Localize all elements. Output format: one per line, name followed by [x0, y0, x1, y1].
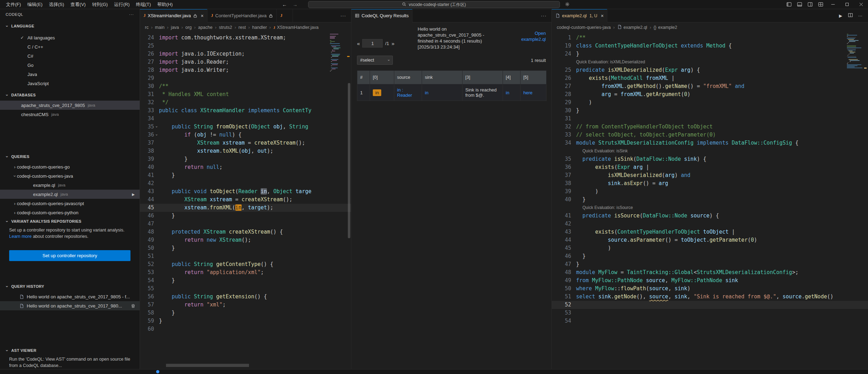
customize-layout-icon[interactable] [815, 0, 826, 9]
delete-history-icon[interactable] [131, 304, 135, 308]
code-line[interactable]: 25 [140, 42, 351, 50]
learn-more-link[interactable]: Learn more [9, 234, 32, 239]
section-query-history[interactable]: › QUERY HISTORY [0, 282, 140, 291]
code-line[interactable]: 45 ) [552, 244, 868, 252]
code-line[interactable]: 28import java.io.Writer; [140, 66, 351, 74]
language-item[interactable]: JavaScript [0, 79, 140, 88]
select-table-dropdown[interactable]: #select › [357, 56, 393, 65]
code-line[interactable]: 19class ContentTypeHandlerToObject exten… [552, 42, 868, 50]
code-line[interactable]: 24} [552, 50, 868, 58]
code-line[interactable]: 54 } [140, 277, 351, 285]
editor-more-actions-icon[interactable]: ··· [536, 13, 551, 18]
column-header[interactable]: [4] [503, 71, 521, 84]
code-line[interactable]: 42 [140, 179, 351, 188]
code-line[interactable]: 35› public String fromObject(Object obj,… [140, 123, 351, 131]
query-item[interactable]: example2.qljava▶ [0, 190, 140, 199]
column-header[interactable]: sink [422, 71, 462, 84]
code-line[interactable]: 59} [140, 317, 351, 325]
result-location-link[interactable]: in [425, 90, 428, 95]
breadcrumb-item[interactable]: handler [252, 25, 267, 30]
code-line[interactable]: 46 } [140, 212, 351, 220]
code-line[interactable]: 47} [552, 260, 868, 268]
code-line[interactable]: 39 ) [552, 188, 868, 196]
prev-page-button[interactable]: « [357, 40, 360, 46]
code-line[interactable]: 25predicate isXMLDeserialized(Expr arg) … [552, 66, 868, 74]
code-line[interactable]: 27 fromXML.getMethod().getName() = "from… [552, 82, 868, 90]
code-line[interactable]: 49 return new XStream(); [140, 236, 351, 244]
query-item[interactable]: ›codeql-custom-queries-python [0, 208, 140, 217]
code-line[interactable]: 57 return "xml"; [140, 301, 351, 309]
language-item[interactable]: ✓All languages [0, 33, 140, 42]
code-line[interactable]: 24import com.thoughtworks.xstream.XStrea… [140, 34, 351, 42]
breadcrumb-item[interactable]: rc [145, 25, 148, 30]
code-line[interactable]: 32 */ [140, 99, 351, 107]
result-location-link[interactable]: in : Reader [397, 87, 412, 98]
code-line[interactable]: 52 [552, 301, 868, 309]
remote-indicator-icon[interactable] [156, 370, 159, 373]
breadcrumb-item[interactable]: org [185, 25, 192, 30]
column-header[interactable]: source [394, 71, 422, 84]
more-actions-icon[interactable]: ··· [855, 13, 865, 18]
code-line[interactable]: 43 public void toObject(Reader in, Objec… [140, 188, 351, 196]
vertical-scrollbar[interactable] [347, 32, 351, 369]
tab-partial[interactable]: J [277, 9, 293, 22]
split-editor-icon[interactable] [845, 13, 855, 19]
code-line[interactable]: 34 [140, 115, 351, 123]
result-location-link[interactable]: in [506, 90, 509, 95]
language-item[interactable]: C# [0, 51, 140, 61]
back-arrow-icon[interactable]: ← [282, 2, 287, 7]
editor-more-actions-icon[interactable]: ··· [336, 13, 351, 18]
section-databases[interactable]: › DATABASES [0, 91, 140, 99]
menu-item[interactable]: 编辑(E) [24, 0, 46, 9]
menu-item[interactable]: 文件(F) [3, 0, 24, 9]
close-button[interactable] [854, 0, 868, 9]
code-line[interactable]: 30/** [140, 82, 351, 90]
fold-icon[interactable]: › [154, 131, 159, 139]
breadcrumb-item[interactable]: java [171, 25, 179, 30]
code-line[interactable]: 32// from ContentTypeHandlerToObject toO… [552, 123, 868, 131]
code-line[interactable]: 53 return "application/xml"; [140, 268, 351, 277]
menu-item[interactable]: 转到(G) [89, 0, 111, 9]
column-header[interactable]: # [357, 71, 370, 84]
menu-item[interactable]: 运行(R) [111, 0, 133, 9]
breadcrumb-item[interactable]: main [155, 25, 165, 30]
query-history-item[interactable]: Hello world on apache_struts_cve_2017_98… [0, 292, 140, 301]
breadcrumb-item[interactable]: codeql-custom-queries-java [557, 25, 611, 30]
code-line[interactable]: 36 exists(Expr arg | [552, 163, 868, 171]
language-item[interactable]: Go [0, 61, 140, 70]
breadcrumb-item[interactable]: rest [238, 25, 246, 30]
toggle-panel-icon[interactable] [794, 0, 805, 9]
code-line[interactable]: 38 xstream.toXML(obj, out); [140, 147, 351, 155]
code-line[interactable]: 1/** [552, 34, 868, 42]
code-editor-ql[interactable]: 1/**19class ContentTypeHandlerToObject e… [552, 32, 868, 325]
code-line[interactable]: 36› if (obj != null) { [140, 131, 351, 139]
code-line[interactable]: 33// select toObject, toObject.getParame… [552, 131, 868, 139]
code-line[interactable]: 44 XStream xstream = createXStream(); [140, 196, 351, 204]
breadcrumb-item[interactable]: struts2 [219, 25, 232, 30]
sidebar-more-actions-icon[interactable]: ··· [129, 12, 134, 17]
column-header[interactable]: [5] [521, 71, 547, 84]
code-line[interactable]: 40 } [552, 196, 868, 204]
command-center[interactable]: vscode-codeql-starter (工作区) [308, 1, 560, 8]
code-line[interactable]: 39 } [140, 155, 351, 163]
maximize-button[interactable] [840, 0, 854, 9]
section-variant-analysis[interactable]: › VARIANT ANALYSIS REPOSITORIES [0, 217, 140, 226]
setup-controller-repository-button[interactable]: Set up controller repository [9, 250, 130, 261]
fold-icon[interactable]: › [154, 123, 159, 131]
code-line[interactable]: 46 } [552, 252, 868, 260]
language-item[interactable]: Java [0, 70, 140, 79]
tab-contenttypehandler-java[interactable]: JContentTypeHandler.java [208, 9, 277, 22]
code-line[interactable]: 34module StrutsXMLDeserializationConfig … [552, 139, 868, 147]
code-line[interactable]: 50 } [140, 244, 351, 252]
breadcrumb-item[interactable]: {}example2 [653, 25, 677, 30]
section-language[interactable]: › LANGUAGE [0, 22, 140, 30]
code-line[interactable]: 37 isXMLDeserialized(arg) and [552, 171, 868, 179]
database-item[interactable]: apache_struts_cve_2017_9805java [0, 101, 140, 110]
code-line[interactable]: 51select sink.getNode(), source, sink, "… [552, 293, 868, 301]
column-header[interactable]: [3] [462, 71, 503, 84]
code-line[interactable]: 43 exists(ContentTypeHandlerToObject toO… [552, 228, 868, 236]
code-editor-java[interactable]: 24import com.thoughtworks.xstream.XStrea… [140, 32, 351, 333]
page-input[interactable] [362, 39, 383, 47]
code-line[interactable]: 52 public String getContentType() { [140, 260, 351, 268]
source-node-chip[interactable]: in [373, 89, 381, 96]
